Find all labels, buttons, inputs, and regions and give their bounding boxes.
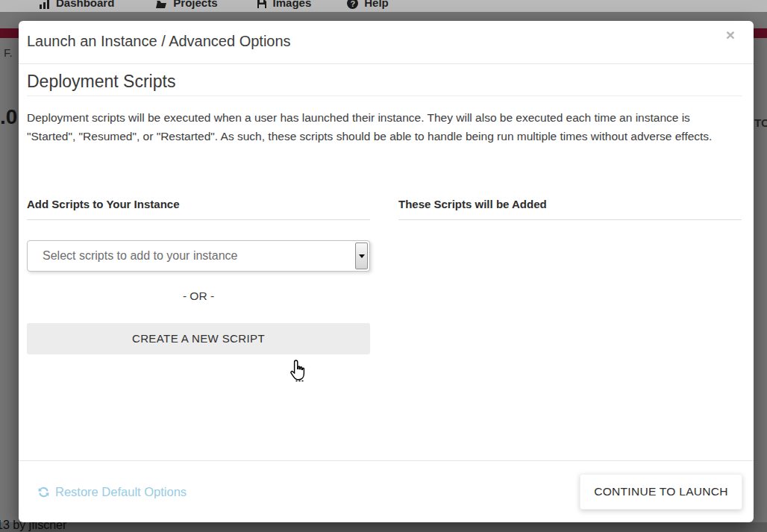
restore-default-options-label: Restore Default Options xyxy=(55,485,187,499)
added-scripts-column: These Scripts will be Added xyxy=(398,198,742,354)
scripts-select[interactable]: Select scripts to add to your instance xyxy=(27,240,370,272)
help-icon: ? xyxy=(347,0,358,9)
section-description: Deployment scripts will be executed when… xyxy=(27,108,734,145)
nav-label: Dashboard xyxy=(56,0,114,9)
restore-default-options-link[interactable]: Restore Default Options xyxy=(37,461,187,522)
folder-icon xyxy=(155,0,167,11)
nav-item-images[interactable]: Images xyxy=(257,0,312,11)
nav-label: Images xyxy=(273,0,312,9)
background-text-fragment: TO xyxy=(754,116,767,129)
screen: Dashboard Projects Images ? Help F. .0 T… xyxy=(0,0,767,532)
modal-title: Launch an Instance / Advanced Options xyxy=(27,33,291,50)
nav-label: Help xyxy=(364,0,389,9)
chevron-down-icon xyxy=(359,254,365,258)
nav-label: Projects xyxy=(173,0,217,9)
refresh-icon xyxy=(37,486,50,498)
select-dropdown-button[interactable] xyxy=(355,242,368,269)
bar-chart-icon xyxy=(39,0,50,12)
added-scripts-heading: These Scripts will be Added xyxy=(398,198,742,220)
add-scripts-column: Add Scripts to Your Instance Select scri… xyxy=(27,198,370,354)
create-new-script-button[interactable]: CREATE A NEW SCRIPT xyxy=(27,323,370,354)
nav-item-projects[interactable]: Projects xyxy=(155,0,217,11)
save-icon xyxy=(257,0,267,11)
add-scripts-heading: Add Scripts to Your Instance xyxy=(27,198,370,220)
modal-header: Launch an Instance / Advanced Options × xyxy=(19,21,754,64)
background-title-fragment: .0 xyxy=(0,105,17,129)
scripts-select-placeholder: Select scripts to add to your instance xyxy=(28,249,237,263)
nav-item-dashboard[interactable]: Dashboard xyxy=(39,0,114,12)
or-separator: - OR - xyxy=(27,290,370,303)
background-bottom-strip xyxy=(0,522,767,532)
modal-body: Deployment Scripts Deployment scripts wi… xyxy=(19,72,754,354)
background-text-fragment: F. xyxy=(4,46,13,59)
columns-row: Add Scripts to Your Instance Select scri… xyxy=(27,198,742,354)
section-heading: Deployment Scripts xyxy=(27,72,742,96)
background-nav-bar: Dashboard Projects Images ? Help xyxy=(0,0,767,12)
modal-footer: Restore Default Options CONTINUE TO LAUN… xyxy=(19,460,754,522)
advanced-options-modal: Launch an Instance / Advanced Options × … xyxy=(19,21,754,522)
nav-item-help[interactable]: ? Help xyxy=(347,0,389,9)
continue-to-launch-button[interactable]: CONTINUE TO LAUNCH xyxy=(580,474,742,510)
close-icon[interactable]: × xyxy=(726,27,735,43)
